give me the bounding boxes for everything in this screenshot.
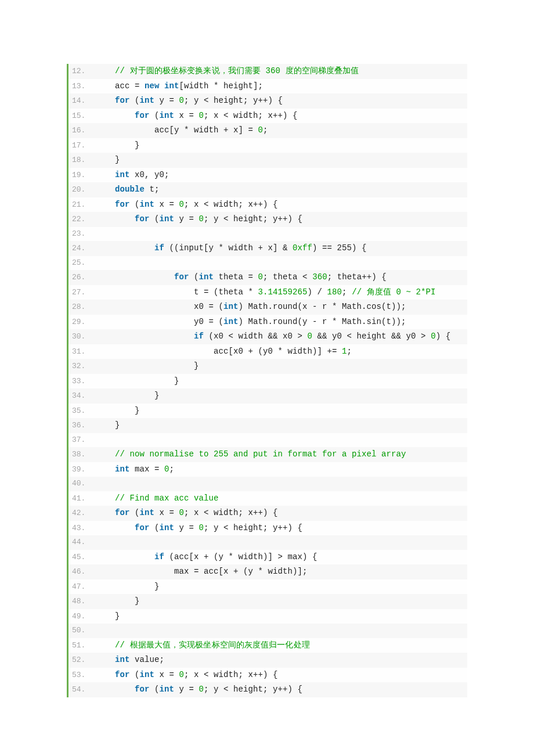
number-token: 180 <box>327 287 342 297</box>
comment-token: // 根据最大值，实现极坐标空间的灰度值归一化处理 <box>115 640 310 650</box>
keyword-token: int <box>115 655 130 664</box>
text-token: ) == 255) { <box>312 243 371 253</box>
keyword-token: for <box>174 272 189 282</box>
code-line: 54. for (int y = 0; y < height; y++) { <box>68 682 467 697</box>
keyword-token: int <box>140 670 155 679</box>
keyword-token: for <box>135 111 150 120</box>
text-token: } <box>135 596 140 606</box>
line-number: 42. <box>68 506 95 521</box>
text-token: acc[y * width + x] = <box>154 125 258 135</box>
text-token: ) / <box>308 287 327 297</box>
line-number: 12. <box>68 64 95 79</box>
text-token: ((input[y * width + x] & <box>164 243 293 253</box>
text-token: ; y < height; y++) { <box>184 96 288 105</box>
line-number: 39. <box>68 463 95 477</box>
line-number: 28. <box>68 300 95 315</box>
line-number: 17. <box>68 139 95 153</box>
code-line: 44. <box>68 535 467 550</box>
code-content: for (int y = 0; y < height; y++) { <box>95 682 467 697</box>
line-number: 30. <box>68 330 95 344</box>
text-token <box>160 81 165 91</box>
text-token: acc = <box>115 81 145 91</box>
text-token: y = <box>154 96 179 105</box>
code-line: 48. } <box>68 594 467 609</box>
code-line: 34. } <box>68 388 467 404</box>
line-number: 15. <box>68 109 95 124</box>
code-line: 42. for (int x = 0; x < width; x++) { <box>68 506 467 521</box>
line-number: 52. <box>68 653 95 668</box>
text-token: } <box>115 155 120 164</box>
text-token: ; y < height; y++) { <box>204 214 308 224</box>
code-line: 15. for (int x = 0; x < width; x++) { <box>68 109 467 124</box>
code-line: 35. } <box>68 404 467 419</box>
text-token: ; <box>342 287 352 297</box>
number-token: 0 <box>179 96 185 105</box>
line-number: 44. <box>68 535 95 550</box>
text-token: (acc[x + (y * width)] > max) { <box>164 552 317 561</box>
line-number: 24. <box>68 242 95 256</box>
text-token: x = <box>154 670 179 679</box>
code-line: 36. } <box>68 418 467 433</box>
line-number: 23. <box>68 227 95 242</box>
code-line: 22. for (int y = 0; y < height; y++) { <box>68 212 467 227</box>
line-number: 49. <box>68 610 95 624</box>
keyword-token: new <box>145 81 160 91</box>
code-content: } <box>95 138 467 153</box>
comment-token: // 对于圆的极坐标变换来说，我们需要 360 度的空间梯度叠加值 <box>115 66 359 75</box>
text-token: [width * height]; <box>179 81 264 91</box>
code-content: } <box>95 594 467 609</box>
number-token: 0 <box>308 332 313 341</box>
text-token: ; x < width; x++) { <box>184 508 283 517</box>
code-line: 25. <box>68 256 467 271</box>
text-token: x0, y0; <box>130 170 169 179</box>
line-number: 47. <box>68 580 95 595</box>
line-number: 54. <box>68 683 95 697</box>
keyword-token: if <box>154 552 164 561</box>
line-number: 46. <box>68 565 95 579</box>
line-number: 21. <box>68 198 95 213</box>
code-content: t = (theta * 3.14159265) / 180; // 角度值 0… <box>95 285 467 300</box>
line-number: 29. <box>68 315 95 330</box>
text-token: } <box>135 406 140 415</box>
text-token: ; theta < <box>263 272 312 282</box>
code-content: max = acc[x + (y * width)]; <box>95 564 467 579</box>
number-token: 0 <box>164 465 169 474</box>
code-content: } <box>95 418 467 433</box>
code-line: 41. // Find max acc value <box>68 491 467 506</box>
code-content: } <box>95 579 467 594</box>
text-token: theta = <box>214 272 258 282</box>
code-content: acc = new int[width * height]; <box>95 79 467 93</box>
code-content: acc[x0 + (y0 * width)] += 1; <box>95 344 467 359</box>
text-token: } <box>115 420 120 430</box>
keyword-token: int <box>199 272 214 282</box>
code-content: x0 = (int) Math.round(x - r * Math.cos(t… <box>95 300 467 314</box>
text-token: ) Math.round(y - r * Math.sin(t)); <box>239 317 406 326</box>
text-token: ; y < height; y++) { <box>204 523 308 532</box>
keyword-token: int <box>115 465 130 474</box>
text-token: (x0 < width && x0 > <box>204 332 308 341</box>
number-token: 1 <box>342 347 347 356</box>
text-token: value; <box>130 655 165 664</box>
keyword-token: int <box>115 170 130 179</box>
code-line: 30. if (x0 < width && x0 > 0 && y0 < hei… <box>68 329 467 344</box>
code-content: double t; <box>95 182 467 197</box>
code-line: 47. } <box>68 579 467 595</box>
code-content: for (int theta = 0; theta < 360; theta++… <box>95 270 467 285</box>
code-line: 27. t = (theta * 3.14159265) / 180; // 角… <box>68 285 467 300</box>
code-line: 39. int max = 0; <box>68 462 467 477</box>
code-content: } <box>95 388 467 403</box>
keyword-token: if <box>194 332 204 341</box>
line-number: 20. <box>68 183 95 197</box>
text-token: ( <box>150 111 160 120</box>
number-token: 0 <box>431 332 436 341</box>
number-token: 0 <box>258 272 264 282</box>
keyword-token: for <box>135 214 150 224</box>
number-token: 0 <box>179 670 185 679</box>
code-content: // now normalise to 255 and put in forma… <box>95 447 467 462</box>
text-token: ) Math.round(x - r * Math.cos(t)); <box>239 302 406 311</box>
code-line: 51. // 根据最大值，实现极坐标空间的灰度值归一化处理 <box>68 638 467 653</box>
keyword-token: int <box>140 96 155 105</box>
number-token: 360 <box>312 272 327 282</box>
text-token: x = <box>154 200 179 209</box>
keyword-token: if <box>154 243 164 253</box>
